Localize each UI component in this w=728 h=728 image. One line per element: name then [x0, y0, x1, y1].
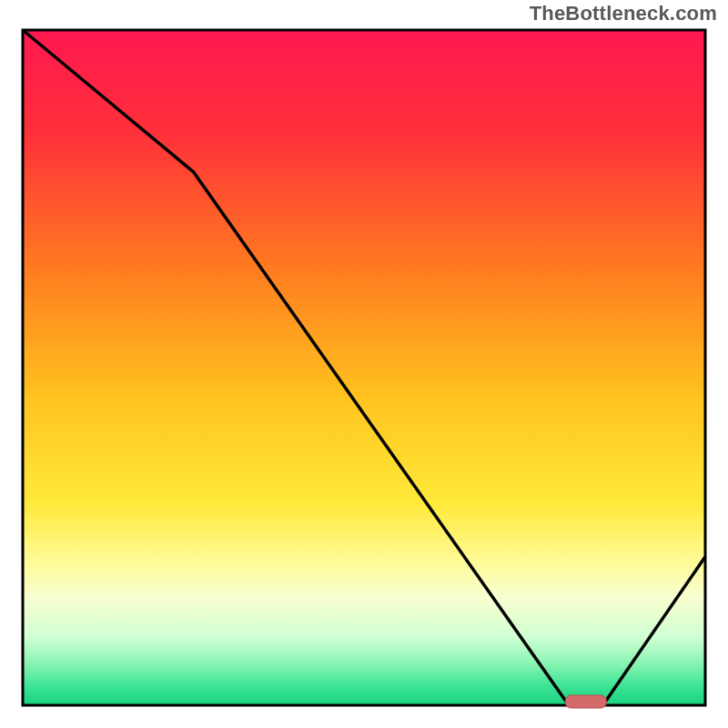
attribution-label: TheBottleneck.com [530, 2, 717, 25]
plot-background [23, 30, 705, 705]
chart-svg [0, 0, 728, 728]
chart-root: TheBottleneck.com [0, 0, 728, 728]
optimum-marker [565, 695, 606, 708]
